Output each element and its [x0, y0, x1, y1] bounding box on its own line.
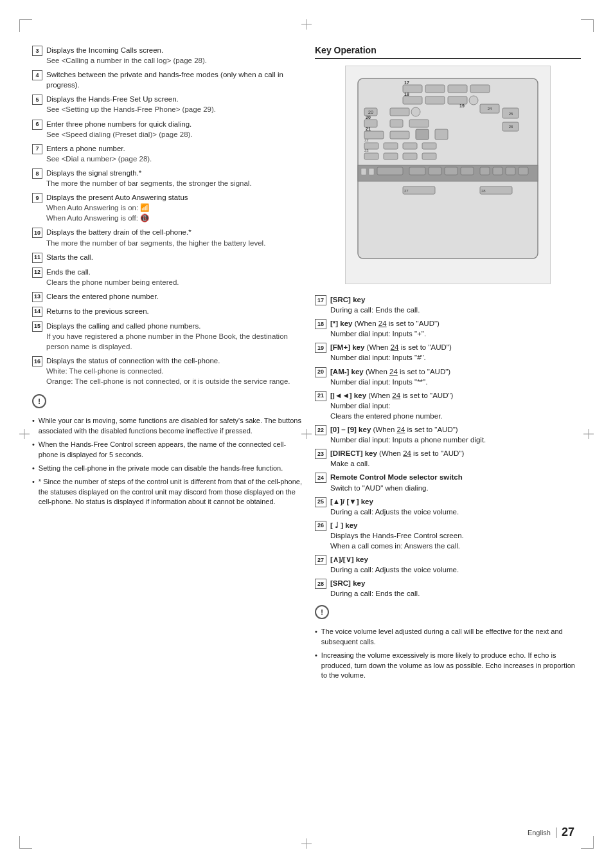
item-text-10: Displays the battery drain of the cell-p… — [46, 227, 302, 248]
right-item-number-23: 23 — [315, 449, 326, 459]
right-item-22: 22 [0] – [9] key (When 24 is set to "AUD… — [315, 424, 581, 445]
svg-rect-32 — [403, 153, 417, 159]
svg-text:26: 26 — [509, 125, 513, 129]
right-item-number-28: 28 — [315, 579, 326, 589]
right-item-number-25: 25 — [315, 497, 326, 507]
corner-decoration-br — [581, 836, 594, 849]
bullet-item-1: While your car is moving, some functions… — [32, 416, 302, 436]
list-item-3: 3 Displays the Incoming Calls screen. Se… — [32, 45, 302, 66]
right-item-text-20: [AM-] key (When 24 is set to "AUD") Numb… — [330, 366, 581, 387]
item-subtext-3: See <Calling a number in the call log> (… — [46, 55, 302, 66]
left-column: 3 Displays the Incoming Calls screen. Se… — [32, 45, 302, 684]
right-item-number-27: 27 — [315, 555, 326, 565]
right-item-25: 25 [▲]/ [▼] key During a call: Adjusts t… — [315, 496, 581, 517]
item-number-4: 4 — [32, 70, 42, 80]
right-item-text-23: [DIRECT] key (When 24 is set to "AUD") M… — [330, 448, 581, 469]
item-number-16: 16 — [32, 356, 42, 366]
right-item-20: 20 [AM-] key (When 24 is set to "AUD") N… — [315, 366, 581, 387]
item-number-15: 15 — [32, 321, 42, 332]
right-caution-icon: ! — [315, 605, 329, 619]
item-text-13: Clears the entered phone number. — [46, 291, 302, 302]
item-text-4: Switches between the private and hands-f… — [46, 69, 302, 90]
note-section: ! — [32, 394, 302, 408]
item-number-14: 14 — [32, 307, 42, 317]
crosshair-top — [301, 19, 312, 30]
footer-divider — [556, 827, 556, 838]
right-item-text-17: [SRC] key During a call: Ends the call. — [330, 294, 581, 315]
right-item-text-27: [∧]/[∨] key During a call: Adjusts the v… — [330, 554, 581, 575]
right-item-text-22: [0] – [9] key (When 24 is set to "AUD") … — [330, 424, 581, 445]
page-language: English — [528, 829, 551, 836]
right-item-number-18: 18 — [315, 319, 326, 329]
svg-rect-22 — [416, 129, 429, 140]
svg-text:23: 23 — [364, 149, 369, 152]
right-item-18: 18 [*] key (When 24 is set to "AUD") Num… — [315, 318, 581, 339]
svg-text:22: 22 — [364, 138, 369, 142]
svg-rect-3 — [448, 85, 467, 93]
right-item-26: 26 [ ♩ ] key Displays the Hands-Free Con… — [315, 520, 581, 551]
right-item-number-22: 22 — [315, 425, 326, 435]
bullet-item-3: Setting the cell-phone in the private mo… — [32, 464, 302, 473]
item-subtext-8: The more the number of bar segments, the… — [46, 178, 302, 188]
list-item-10: 10 Displays the battery drain of the cel… — [32, 227, 302, 248]
right-bullet-2: Increasing the volume excessively is mor… — [315, 651, 581, 680]
right-item-number-17: 17 — [315, 295, 326, 305]
right-bullet-1: The voice volume level adjusted during a… — [315, 627, 581, 647]
svg-rect-23 — [435, 129, 448, 140]
svg-text:25: 25 — [509, 112, 513, 116]
list-item-11: 11 Starts the call. — [32, 252, 302, 263]
right-item-number-24: 24 — [315, 473, 326, 483]
item-subtext-5: See <Setting up the Hands-Free Phone> (p… — [46, 104, 302, 114]
right-item-number-19: 19 — [315, 343, 326, 353]
item-text-16: Displays the status of connection with t… — [46, 356, 302, 386]
svg-point-12 — [411, 107, 420, 116]
svg-rect-45 — [493, 167, 502, 175]
item-text-8: Displays the signal strength.* The more … — [46, 168, 302, 188]
list-item-14: 14 Returns to the previous screen. — [32, 306, 302, 317]
corner-decoration-tr — [581, 19, 594, 32]
item-subtext-16-white: White: The cell-phone is connected. — [46, 366, 302, 376]
svg-rect-16 — [390, 120, 403, 127]
list-item-5: 5 Displays the Hands-Free Set Up screen.… — [32, 94, 302, 114]
item-number-9: 9 — [32, 193, 42, 203]
item-number-11: 11 — [32, 253, 42, 263]
right-item-23: 23 [DIRECT] key (When 24 is set to "AUD"… — [315, 448, 581, 469]
svg-text:21: 21 — [366, 127, 371, 131]
bullet-item-2: When the Hands-Free Control screen appea… — [32, 440, 302, 460]
crosshair-center — [301, 429, 312, 439]
item-number-12: 12 — [32, 267, 42, 278]
right-item-text-24: Remote Control Mode selector switch Swit… — [330, 472, 581, 493]
item-number-13: 13 — [32, 292, 42, 302]
right-item-text-18: [*] key (When 24 is set to "AUD") Number… — [330, 318, 581, 339]
list-item-7: 7 Enters a phone number. See <Dial a num… — [32, 143, 302, 164]
item-number-10: 10 — [32, 228, 42, 238]
svg-text:24: 24 — [488, 107, 492, 111]
right-item-text-26: [ ♩ ] key Displays the Hands-Free Contro… — [330, 520, 581, 551]
svg-rect-40 — [409, 167, 425, 175]
right-item-number-20: 20 — [315, 367, 326, 377]
svg-text:17: 17 — [404, 80, 409, 85]
left-bullet-list: While your car is moving, some functions… — [32, 416, 302, 507]
item-number-8: 8 — [32, 168, 42, 179]
svg-text:20: 20 — [368, 110, 373, 114]
right-column: Key Operation 20 — [315, 45, 581, 684]
crosshair-bottom — [301, 838, 312, 849]
svg-rect-37 — [361, 168, 366, 175]
item-number-5: 5 — [32, 95, 42, 105]
list-item-6: 6 Enter three phone numbers for quick di… — [32, 119, 302, 140]
right-key-list: 17 [SRC] key During a call: Ends the cal… — [315, 294, 581, 599]
item-number-6: 6 — [32, 120, 42, 130]
page-number: 27 — [562, 826, 574, 839]
item-text-14: Returns to the previous screen. — [46, 306, 302, 316]
item-subtext-7: See <Dial a number> (page 28). — [46, 154, 302, 164]
svg-point-8 — [469, 96, 478, 105]
item-text-3: Displays the Incoming Calls screen. See … — [46, 45, 302, 66]
bullet-item-4: * Since the number of steps of the contr… — [32, 477, 302, 507]
right-item-text-28: [SRC] key During a call: Ends the call. — [330, 578, 581, 599]
svg-text:27: 27 — [404, 189, 409, 193]
item-subtext-10: The more the number of bar segments, the… — [46, 238, 302, 248]
item-text-6: Enter three phone numbers for quick dial… — [46, 119, 302, 140]
right-item-21: 21 [|◄◄] key (When 24 is set to "AUD") N… — [315, 390, 581, 421]
right-item-text-19: [FM+] key (When 24 is set to "AUD") Numb… — [330, 342, 581, 363]
svg-text:28: 28 — [481, 189, 486, 193]
